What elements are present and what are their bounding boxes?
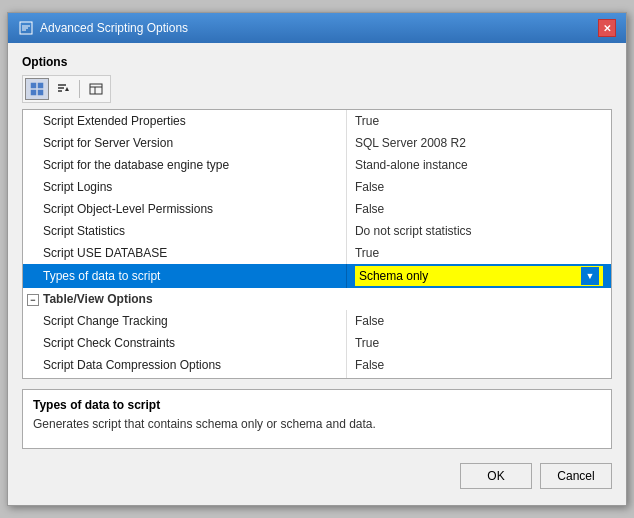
svg-rect-4 bbox=[31, 83, 36, 88]
ok-button[interactable]: OK bbox=[460, 463, 532, 489]
toolbar-btn-properties[interactable] bbox=[84, 78, 108, 100]
table-row[interactable]: Script Change TrackingFalse bbox=[23, 310, 611, 332]
svg-rect-12 bbox=[90, 84, 102, 94]
advanced-scripting-dialog: Advanced Scripting Options ✕ Options bbox=[7, 12, 627, 506]
toolbar-btn-sort[interactable] bbox=[51, 78, 75, 100]
option-value: SQL Server 2008 R2 bbox=[346, 132, 611, 154]
option-name: Script for the database engine type bbox=[23, 154, 346, 176]
option-name: Types of data to script bbox=[23, 264, 346, 288]
title-bar: Advanced Scripting Options ✕ bbox=[8, 13, 626, 43]
options-section-label: Options bbox=[22, 55, 612, 69]
option-name: Script Extended Properties bbox=[23, 110, 346, 132]
options-table-container[interactable]: Script Extended PropertiesTrueScript for… bbox=[22, 109, 612, 379]
svg-rect-7 bbox=[38, 90, 43, 95]
option-value: True bbox=[346, 376, 611, 379]
app-icon bbox=[18, 20, 34, 36]
table-row[interactable]: Script Object-Level PermissionsFalse bbox=[23, 198, 611, 220]
svg-rect-6 bbox=[31, 90, 36, 95]
option-value: False bbox=[346, 354, 611, 376]
option-name: Script Data Compression Options bbox=[23, 354, 346, 376]
options-toolbar bbox=[22, 75, 111, 103]
button-row: OK Cancel bbox=[22, 463, 612, 493]
table-row[interactable]: Script StatisticsDo not script statistic… bbox=[23, 220, 611, 242]
table-row[interactable]: Script Data Compression OptionsFalse bbox=[23, 354, 611, 376]
option-value: Stand-alone instance bbox=[346, 154, 611, 176]
dialog-title: Advanced Scripting Options bbox=[40, 21, 188, 35]
table-row[interactable]: Script Foreign KeysTrue bbox=[23, 376, 611, 379]
option-name: Script Object-Level Permissions bbox=[23, 198, 346, 220]
cancel-button[interactable]: Cancel bbox=[540, 463, 612, 489]
close-button[interactable]: ✕ bbox=[598, 19, 616, 37]
dialog-body: Options bbox=[8, 43, 626, 505]
table-row[interactable]: Script USE DATABASETrue bbox=[23, 242, 611, 264]
option-value: True bbox=[346, 110, 611, 132]
table-row[interactable]: −Table/View Options bbox=[23, 288, 611, 310]
option-value: False bbox=[346, 176, 611, 198]
option-value: False bbox=[346, 198, 611, 220]
table-row[interactable]: Script for the database engine typeStand… bbox=[23, 154, 611, 176]
collapse-icon[interactable]: − bbox=[27, 294, 39, 306]
table-row[interactable]: Script for Server VersionSQL Server 2008… bbox=[23, 132, 611, 154]
option-value: True bbox=[346, 332, 611, 354]
options-table: Script Extended PropertiesTrueScript for… bbox=[23, 110, 611, 379]
toolbar-btn-categorized[interactable] bbox=[25, 78, 49, 100]
option-value: False bbox=[346, 310, 611, 332]
dropdown-cell[interactable]: Schema only▼ bbox=[355, 266, 603, 286]
table-row[interactable]: Script Check ConstraintsTrue bbox=[23, 332, 611, 354]
svg-rect-5 bbox=[38, 83, 43, 88]
option-name: Script Check Constraints bbox=[23, 332, 346, 354]
option-name: Script Logins bbox=[23, 176, 346, 198]
table-row[interactable]: Script LoginsFalse bbox=[23, 176, 611, 198]
option-value[interactable]: Schema only▼ bbox=[346, 264, 611, 288]
option-value: True bbox=[346, 242, 611, 264]
option-name: Script USE DATABASE bbox=[23, 242, 346, 264]
description-text: Generates script that contains schema on… bbox=[33, 416, 601, 433]
option-value: Do not script statistics bbox=[346, 220, 611, 242]
option-name: Script Statistics bbox=[23, 220, 346, 242]
svg-marker-11 bbox=[65, 87, 69, 91]
table-row[interactable]: Script Extended PropertiesTrue bbox=[23, 110, 611, 132]
table-row[interactable]: Types of data to scriptSchema only▼ bbox=[23, 264, 611, 288]
description-box: Types of data to script Generates script… bbox=[22, 389, 612, 449]
toolbar-divider bbox=[79, 80, 80, 98]
option-name: Script for Server Version bbox=[23, 132, 346, 154]
option-name: Script Foreign Keys bbox=[23, 376, 346, 379]
dropdown-arrow-icon[interactable]: ▼ bbox=[581, 267, 599, 285]
description-title: Types of data to script bbox=[33, 398, 601, 412]
option-name: Script Change Tracking bbox=[23, 310, 346, 332]
section-header-label: Table/View Options bbox=[43, 292, 153, 306]
dropdown-value: Schema only bbox=[359, 269, 428, 283]
title-bar-left: Advanced Scripting Options bbox=[18, 20, 188, 36]
